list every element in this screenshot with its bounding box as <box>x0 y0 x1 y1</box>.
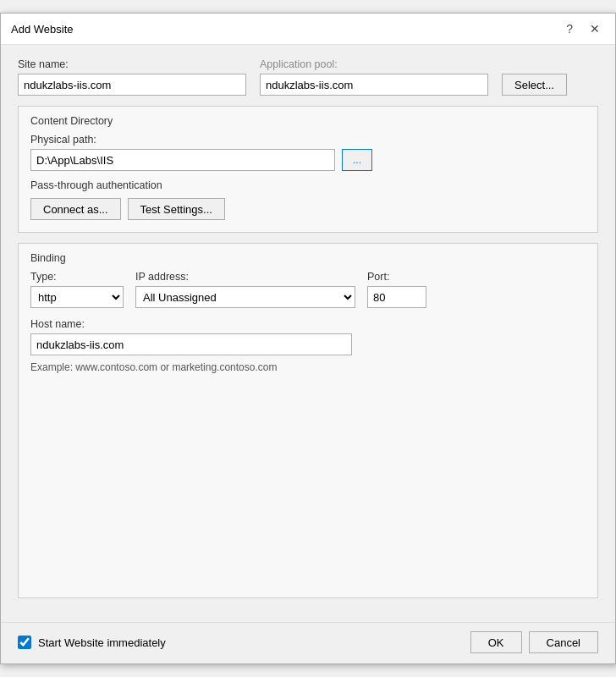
ip-group: IP address: All Unassigned <box>135 271 355 308</box>
test-settings-button[interactable]: Test Settings... <box>128 198 225 220</box>
ip-label: IP address: <box>135 271 355 283</box>
add-website-dialog: Add Website ? ✕ Site name: Application p… <box>0 13 616 664</box>
app-pool-group: Application pool: <box>260 58 488 96</box>
binding-row: Type: http https IP address: All Unassig… <box>30 271 586 308</box>
browse-button[interactable]: ... <box>342 149 372 171</box>
type-group: Type: http https <box>30 271 124 308</box>
connect-as-button[interactable]: Connect as... <box>30 198 121 220</box>
content-directory-section: Content Directory Physical path: ... Pas… <box>18 106 598 233</box>
port-input[interactable] <box>367 286 426 308</box>
title-bar-left: Add Website <box>11 23 73 36</box>
close-button[interactable]: ✕ <box>585 20 605 37</box>
physical-path-group: Physical path: <box>30 134 586 146</box>
physical-path-input[interactable] <box>30 149 335 171</box>
dialog-title: Add Website <box>11 23 73 36</box>
host-name-input[interactable] <box>30 333 352 355</box>
title-bar: Add Website ? ✕ <box>1 14 615 45</box>
cancel-button[interactable]: Cancel <box>529 631 598 653</box>
port-group: Port: <box>367 271 426 308</box>
passthrough-label: Pass-through authentication <box>30 179 586 191</box>
content-directory-title: Content Directory <box>30 115 586 127</box>
ok-button[interactable]: OK <box>470 631 522 653</box>
help-button[interactable]: ? <box>561 20 578 37</box>
physical-path-label: Physical path: <box>30 134 586 146</box>
start-website-label[interactable]: Start Website immediately <box>38 636 166 649</box>
app-pool-input[interactable] <box>260 74 488 96</box>
title-bar-actions: ? ✕ <box>561 20 605 37</box>
example-text: Example: www.contoso.com or marketing.co… <box>30 361 277 373</box>
footer-buttons: OK Cancel <box>470 631 598 653</box>
select-app-pool-button[interactable]: Select... <box>502 74 567 96</box>
site-name-group: Site name: <box>18 58 246 96</box>
site-app-pool-row: Site name: Application pool: Select... <box>18 58 598 96</box>
start-website-group: Start Website immediately <box>18 636 462 649</box>
binding-section: Binding Type: http https IP address: All… <box>18 243 598 598</box>
start-website-checkbox[interactable] <box>18 636 31 649</box>
auth-buttons-row: Connect as... Test Settings... <box>30 198 586 220</box>
type-label: Type: <box>30 271 124 283</box>
port-label: Port: <box>367 271 426 283</box>
dialog-body: Site name: Application pool: Select... C… <box>1 45 615 622</box>
dialog-footer: Start Website immediately OK Cancel <box>1 622 615 663</box>
host-name-group: Host name: <box>30 318 586 355</box>
app-pool-label: Application pool: <box>260 58 488 70</box>
binding-title: Binding <box>30 252 586 264</box>
host-name-label: Host name: <box>30 318 586 330</box>
site-name-label: Site name: <box>18 58 246 70</box>
site-name-input[interactable] <box>18 74 246 96</box>
ip-select[interactable]: All Unassigned <box>135 286 355 308</box>
type-select[interactable]: http https <box>30 286 124 308</box>
physical-path-row: ... <box>30 149 586 171</box>
